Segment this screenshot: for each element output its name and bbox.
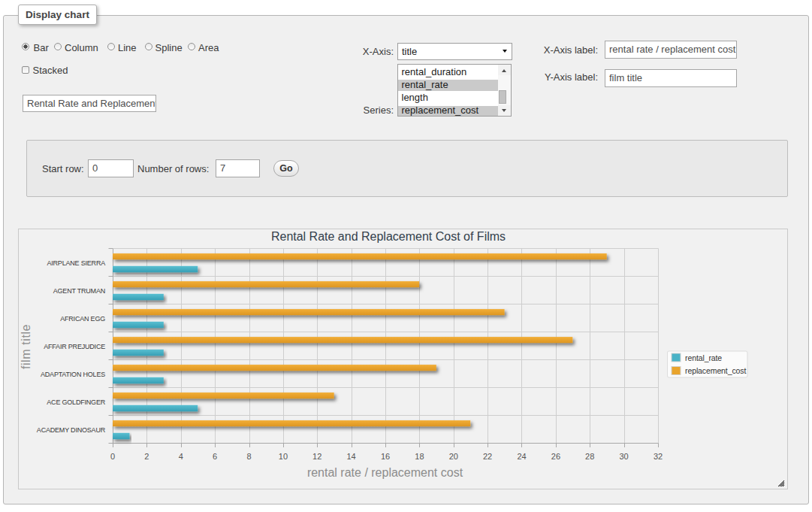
svg-text:30: 30 — [619, 452, 628, 461]
svg-text:Rental Rate and Replacement Co: Rental Rate and Replacement Cost of Film… — [271, 230, 506, 243]
svg-text:0: 0 — [110, 452, 115, 461]
svg-text:2: 2 — [144, 452, 149, 461]
svg-text:18: 18 — [415, 452, 424, 461]
svg-text:rental_rate: rental_rate — [685, 353, 722, 362]
svg-text:24: 24 — [517, 452, 526, 461]
svg-text:10: 10 — [279, 452, 288, 461]
svg-text:20: 20 — [449, 452, 458, 461]
svg-text:AFFAIR PREJUDICE: AFFAIR PREJUDICE — [44, 343, 105, 350]
svg-text:film title: film title — [20, 324, 32, 369]
svg-text:ACADEMY DINOSAUR: ACADEMY DINOSAUR — [37, 426, 106, 434]
svg-text:22: 22 — [483, 452, 492, 461]
svg-text:6: 6 — [213, 452, 217, 461]
svg-text:14: 14 — [346, 452, 355, 461]
svg-text:AIRPLANE SIERRA: AIRPLANE SIERRA — [47, 259, 105, 267]
svg-text:ADAPTATION HOLES: ADAPTATION HOLES — [41, 371, 105, 378]
svg-text:28: 28 — [585, 452, 594, 461]
svg-text:rental rate / replacement cost: rental rate / replacement cost — [307, 466, 463, 479]
svg-text:16: 16 — [381, 452, 390, 461]
svg-text:26: 26 — [551, 452, 560, 461]
svg-text:12: 12 — [312, 452, 321, 461]
svg-text:4: 4 — [179, 452, 183, 461]
svg-text:replacement_cost: replacement_cost — [685, 366, 746, 375]
svg-text:AFRICAN EGG: AFRICAN EGG — [60, 315, 105, 323]
svg-text:8: 8 — [246, 452, 251, 461]
svg-text:AGENT TRUMAN: AGENT TRUMAN — [53, 287, 105, 295]
svg-text:32: 32 — [654, 452, 663, 461]
svg-text:ACE GOLDFINGER: ACE GOLDFINGER — [47, 398, 105, 406]
